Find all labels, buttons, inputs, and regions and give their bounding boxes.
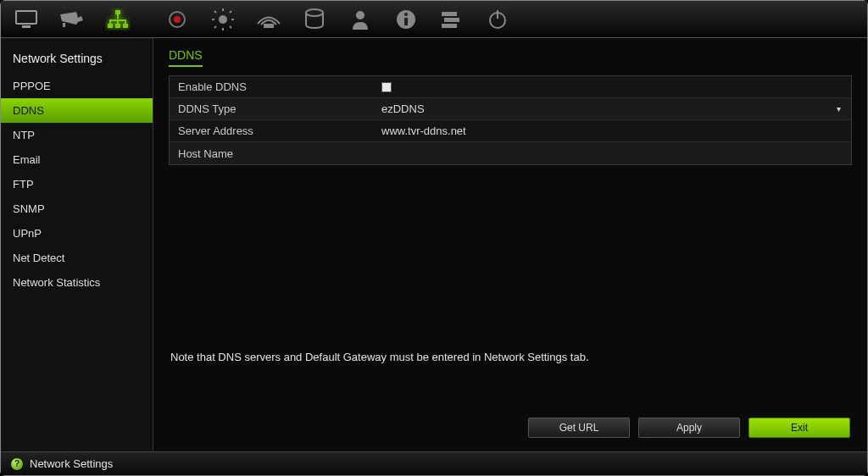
svg-rect-5: [115, 24, 120, 28]
value-server-address: www.tvr-ddns.net: [381, 125, 466, 137]
sidebar-header[interactable]: Network Settings: [1, 47, 153, 74]
svg-rect-0: [16, 11, 36, 24]
sidebar-item-pppoe[interactable]: PPPOE: [1, 74, 153, 98]
user-icon[interactable]: [342, 4, 379, 35]
info-icon[interactable]: [387, 4, 425, 35]
camera-icon[interactable]: [53, 4, 91, 35]
svg-rect-17: [444, 18, 459, 22]
network-icon[interactable]: [99, 4, 136, 35]
row-host-name[interactable]: Host Name: [170, 142, 851, 164]
settings-icon[interactable]: [433, 4, 470, 35]
exit-button[interactable]: Exit: [748, 418, 850, 438]
svg-rect-10: [264, 24, 274, 28]
sidebar-item-upnp[interactable]: UPnP: [1, 221, 153, 246]
svg-rect-15: [404, 18, 408, 25]
svg-point-8: [174, 16, 181, 23]
svg-rect-20: [497, 10, 498, 19]
row-server-address[interactable]: Server Address www.tvr-ddns.net: [170, 120, 851, 142]
svg-rect-16: [442, 12, 457, 16]
help-icon[interactable]: ?: [11, 458, 23, 470]
device-icon[interactable]: [250, 4, 287, 35]
ddns-form: Enable DDNS DDNS Type ezDDNS ▾ Server Ad…: [169, 75, 852, 165]
action-bar: Get URL Apply Exit: [169, 414, 852, 441]
alarm-icon[interactable]: [204, 4, 242, 35]
svg-rect-6: [123, 24, 128, 28]
body: Network Settings PPPOE DDNS NTP Email FT…: [1, 38, 867, 451]
svg-rect-3: [115, 10, 120, 14]
label-enable-ddns: Enable DDNS: [170, 80, 373, 93]
sidebar-item-ntp[interactable]: NTP: [1, 123, 153, 147]
svg-point-9: [219, 15, 227, 24]
sidebar-item-ftp[interactable]: FTP: [1, 172, 153, 196]
get-url-button[interactable]: Get URL: [528, 418, 630, 438]
row-enable-ddns: Enable DDNS: [170, 76, 851, 98]
label-server-address: Server Address: [170, 125, 373, 137]
app-window: Network Settings PPPOE DDNS NTP Email FT…: [0, 0, 868, 476]
content: DDNS Enable DDNS DDNS Type ezDDNS ▾: [153, 38, 867, 451]
svg-point-14: [404, 13, 408, 16]
svg-point-12: [356, 11, 364, 19]
svg-rect-2: [63, 23, 65, 27]
monitor-icon[interactable]: [8, 4, 45, 35]
statusbar-text: Network Settings: [30, 457, 113, 470]
sidebar: Network Settings PPPOE DDNS NTP Email FT…: [1, 38, 153, 451]
page-title: DDNS: [169, 48, 203, 67]
power-icon[interactable]: [479, 4, 516, 35]
sidebar-item-snmp[interactable]: SNMP: [1, 196, 153, 221]
label-ddns-type: DDNS Type: [170, 102, 373, 115]
record-icon[interactable]: [159, 4, 196, 35]
sidebar-item-ddns[interactable]: DDNS: [1, 98, 153, 123]
status-bar: ? Network Settings: [1, 451, 867, 475]
checkbox-enable-ddns[interactable]: [381, 82, 392, 92]
top-toolbar: [1, 1, 867, 38]
svg-point-11: [306, 9, 323, 16]
sidebar-item-netdetect[interactable]: Net Detect: [1, 246, 153, 270]
apply-button[interactable]: Apply: [638, 418, 740, 438]
svg-rect-18: [442, 24, 457, 28]
row-ddns-type[interactable]: DDNS Type ezDDNS ▾: [170, 98, 851, 120]
hdd-icon[interactable]: [296, 4, 333, 35]
sidebar-item-email[interactable]: Email: [1, 147, 153, 172]
svg-rect-4: [108, 24, 113, 28]
note-text: Note that DNS servers and Default Gatewa…: [169, 346, 852, 414]
chevron-down-icon[interactable]: ▾: [837, 104, 843, 113]
label-host-name: Host Name: [170, 147, 373, 160]
sidebar-item-networkstats[interactable]: Network Statistics: [1, 270, 153, 295]
svg-rect-1: [22, 25, 31, 28]
value-ddns-type: ezDDNS: [381, 102, 425, 115]
